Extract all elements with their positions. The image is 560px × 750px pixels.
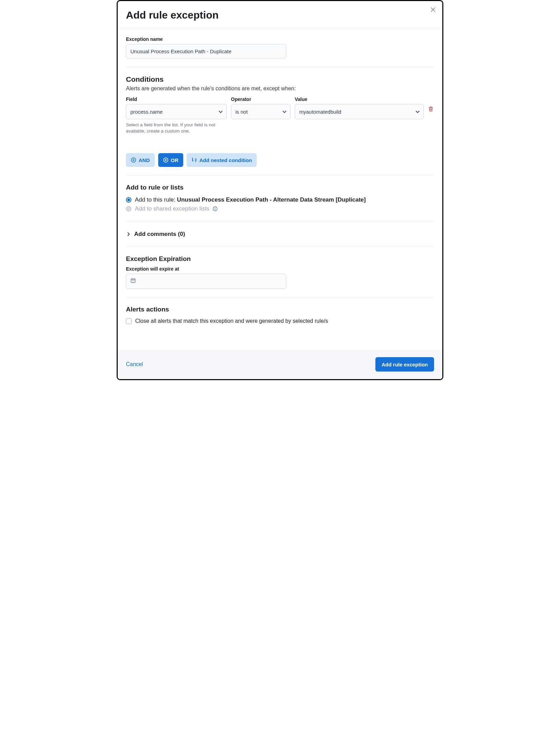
expiration-section: Exception Expiration Exception will expi… (126, 247, 434, 297)
calendar-icon (130, 278, 136, 285)
field-column: Field process.name Select a field from t… (126, 96, 227, 134)
chevron-down-icon (415, 109, 420, 114)
conditions-heading: Conditions (126, 75, 434, 83)
modal-footer: Cancel Add rule exception (118, 350, 442, 379)
or-button[interactable]: OR (158, 153, 184, 167)
add-rule-exception-button[interactable]: Add rule exception (375, 357, 434, 372)
condition-row: Field process.name Select a field from t… (126, 96, 434, 134)
svg-point-12 (133, 281, 133, 282)
radio-add-to-shared-lists[interactable]: Add to shared exception lists (126, 204, 434, 213)
delete-condition-icon[interactable] (428, 106, 434, 112)
or-button-label: OR (171, 157, 179, 163)
chevron-down-icon (218, 109, 223, 114)
expiration-heading: Exception Expiration (126, 255, 434, 263)
operator-column: Operator is not (231, 96, 291, 119)
and-button-label: AND (139, 157, 150, 163)
expiration-date-input[interactable] (126, 274, 286, 289)
close-icon[interactable] (431, 7, 436, 13)
add-to-radio-group: Add to this rule: Unusual Process Execut… (126, 195, 434, 213)
close-alerts-label: Close all alerts that match this excepti… (135, 318, 328, 324)
value-select-value: myautomatedbuild (299, 109, 341, 115)
value-select[interactable]: myautomatedbuild (295, 104, 424, 119)
value-label: Value (295, 96, 424, 102)
nested-button-label: Add nested condition (199, 157, 252, 163)
add-to-heading: Add to rule or lists (126, 184, 434, 191)
svg-point-11 (132, 281, 132, 282)
exception-name-label: Exception name (126, 36, 434, 42)
plus-circle-icon (163, 157, 168, 163)
field-help-text: Select a field from the list. If your fi… (126, 122, 225, 134)
exception-name-value: Unusual Process Execution Path - Duplica… (130, 48, 231, 54)
plus-circle-icon (131, 157, 136, 163)
exception-name-section: Exception name Unusual Process Execution… (126, 28, 434, 67)
add-rule-exception-modal: Add rule exception Exception name Unusua… (117, 0, 443, 380)
add-comments-label: Add comments (0) (134, 231, 185, 238)
chevron-right-icon (126, 232, 131, 237)
operator-label: Operator (231, 96, 291, 102)
radio-shared-label: Add to shared exception lists (135, 205, 209, 212)
add-to-section: Add to rule or lists Add to this rule: U… (126, 175, 434, 222)
modal-title: Add rule exception (126, 9, 434, 21)
radio-rule-name: Unusual Process Execution Path - Alterna… (177, 196, 366, 203)
svg-point-2 (194, 160, 195, 160)
field-select[interactable]: process.name (126, 104, 227, 119)
svg-point-6 (215, 208, 215, 208)
radio-selected-icon (126, 197, 131, 203)
nested-icon (191, 157, 197, 163)
alerts-actions-heading: Alerts actions (126, 306, 434, 313)
svg-point-10 (134, 281, 134, 281)
radio-add-to-this-rule[interactable]: Add to this rule: Unusual Process Execut… (126, 195, 434, 204)
close-alerts-checkbox-row[interactable]: Close all alerts that match this excepti… (126, 318, 434, 324)
modal-body: Exception name Unusual Process Execution… (118, 28, 442, 350)
operator-select[interactable]: is not (231, 104, 291, 119)
logic-buttons-row: AND OR (126, 153, 434, 167)
conditions-description: Alerts are generated when the rule's con… (126, 86, 434, 92)
alerts-actions-section: Alerts actions Close all alerts that mat… (126, 297, 434, 350)
radio-rule-label: Add to this rule: Unusual Process Execut… (135, 196, 366, 203)
info-icon[interactable] (213, 206, 218, 211)
operator-select-value: is not (235, 109, 248, 115)
field-select-value: process.name (130, 109, 163, 115)
modal-header: Add rule exception (118, 1, 442, 28)
expiration-field-label: Exception will expire at (126, 266, 434, 272)
svg-point-9 (133, 281, 133, 281)
svg-point-8 (132, 281, 132, 281)
nested-condition-button[interactable]: Add nested condition (187, 153, 257, 167)
and-button[interactable]: AND (126, 153, 155, 167)
radio-rule-prefix: Add to this rule: (135, 196, 177, 203)
chevron-down-icon (282, 109, 287, 114)
svg-point-3 (195, 160, 195, 160)
radio-disabled-icon (126, 206, 131, 212)
add-comments-accordion[interactable]: Add comments (0) (126, 222, 434, 247)
svg-point-13 (134, 281, 134, 282)
conditions-section: Conditions Alerts are generated when the… (126, 67, 434, 175)
exception-name-input[interactable]: Unusual Process Execution Path - Duplica… (126, 44, 286, 58)
value-column: Value myautomatedbuild (295, 96, 424, 119)
cancel-button[interactable]: Cancel (126, 361, 143, 367)
checkbox-unchecked-icon[interactable] (126, 318, 132, 324)
field-label: Field (126, 96, 227, 102)
